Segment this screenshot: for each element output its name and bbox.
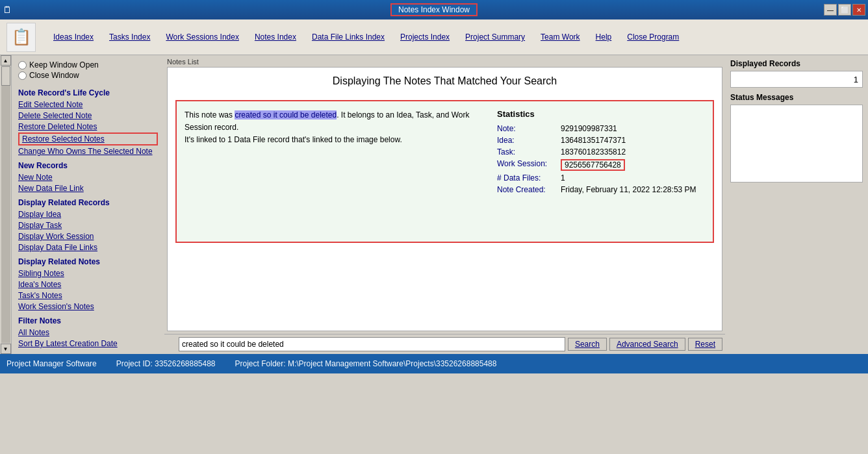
- sidebar-display-task[interactable]: Display Task: [18, 220, 158, 231]
- stat-label-idea: Idea:: [497, 136, 555, 145]
- sidebar-ideas-notes[interactable]: Idea's Notes: [18, 279, 158, 290]
- sidebar-sibling-notes[interactable]: Sibling Notes: [18, 268, 158, 279]
- section-title-display-notes: Display Related Notes: [18, 257, 158, 266]
- keep-window-open-label: Keep Window Open: [29, 60, 99, 69]
- stats-title: Statistics: [497, 109, 705, 119]
- section-title-filter-notes: Filter Notes: [18, 316, 158, 325]
- search-button[interactable]: Search: [568, 338, 607, 351]
- logo-icon: 📋: [12, 28, 31, 46]
- stat-label-note: Note:: [497, 124, 555, 133]
- scroll-up-button[interactable]: ▲: [1, 55, 11, 66]
- status-messages-box: [730, 105, 863, 183]
- sidebar-restore-selected-notes[interactable]: Restore Selected Notes: [18, 132, 158, 145]
- status-bar: Project Manager Software Project ID: 335…: [0, 354, 868, 373]
- stat-value-idea: 136481351747371: [561, 136, 626, 145]
- stat-value-note: 9291909987331: [561, 124, 617, 133]
- sidebar-all-notes[interactable]: All Notes: [18, 327, 158, 338]
- sidebar-change-who-owns-note[interactable]: Change Who Owns The Selected Note: [18, 146, 158, 157]
- sidebar-scrollbar[interactable]: ▲ ▼: [0, 55, 12, 354]
- menu-ideas-index[interactable]: Ideas Index: [45, 30, 101, 44]
- menu-help[interactable]: Help: [588, 30, 620, 44]
- title-bar-controls: — ⬜ ✕: [824, 4, 865, 16]
- stat-value-note-created: Friday, February 11, 2022 12:28:53 PM: [561, 185, 696, 194]
- advanced-search-button[interactable]: Advanced Search: [609, 338, 685, 351]
- stat-label-note-created: Note Created:: [497, 185, 555, 194]
- section-title-life-cycle: Note Record's Life Cycle: [18, 88, 158, 97]
- menu-close-program[interactable]: Close Program: [619, 30, 687, 44]
- notes-list-title: Displaying The Notes That Matched Your S…: [168, 68, 722, 95]
- menu-team-work[interactable]: Team Work: [533, 30, 587, 44]
- section-title-new-records: New Records: [18, 161, 158, 170]
- sidebar-delete-selected-note[interactable]: Delete Selected Note: [18, 110, 158, 121]
- status-app-name: Project Manager Software: [6, 359, 97, 368]
- main-area: ▲ ▼ Keep Window Open Close Window Note R…: [0, 55, 868, 354]
- sidebar-new-note[interactable]: New Note: [18, 172, 158, 183]
- stat-row-task: Task: 183760182335812: [497, 147, 705, 157]
- title-bar-title: Notes Index Window: [390, 3, 478, 16]
- status-messages-title: Status Messages: [730, 93, 863, 102]
- scroll-track: [1, 66, 10, 343]
- displayed-records-title: Displayed Records: [730, 59, 863, 68]
- stat-value-task: 183760182335812: [561, 147, 626, 157]
- app-logo: 📋: [6, 23, 36, 52]
- stat-row-work-session: Work Session: 9256567756428: [497, 159, 705, 171]
- menu-data-file-links-index[interactable]: Data File Links Index: [304, 30, 392, 44]
- status-project-id: Project ID: 33526268885488: [116, 359, 216, 368]
- stat-value-work-session: 9256567756428: [561, 159, 625, 171]
- title-bar: 🗒 Notes Index Window — ⬜ ✕: [0, 0, 868, 19]
- stat-row-note: Note: 9291909987331: [497, 124, 705, 133]
- right-panel: Displayed Records 1 Status Messages: [725, 55, 868, 354]
- note-text-before: This note was: [185, 110, 235, 120]
- note-card: This note was created so it could be del…: [175, 100, 714, 243]
- menu-project-summary[interactable]: Project Summary: [457, 30, 533, 44]
- notes-list-container: Notes List Displaying The Notes That Mat…: [164, 55, 725, 334]
- menu-work-sessions-index[interactable]: Work Sessions Index: [158, 30, 247, 44]
- stat-label-task: Task:: [497, 147, 555, 157]
- displayed-records-box: 1: [730, 71, 863, 88]
- sidebar-display-idea[interactable]: Display Idea: [18, 209, 158, 220]
- menu-projects-index[interactable]: Projects Index: [392, 30, 457, 44]
- close-window-radio[interactable]: Close Window: [18, 71, 158, 80]
- sidebar-new-data-file-link[interactable]: New Data File Link: [18, 183, 158, 194]
- sidebar: Keep Window Open Close Window Note Recor…: [12, 55, 164, 354]
- title-bar-left: 🗒: [3, 5, 12, 15]
- sidebar-display-work-session[interactable]: Display Work Session: [18, 231, 158, 242]
- section-title-display-related: Display Related Records: [18, 198, 158, 207]
- stat-label-data-files: # Data Files:: [497, 173, 555, 183]
- center-panel: Notes List Displaying The Notes That Mat…: [164, 55, 725, 354]
- menu-tasks-index[interactable]: Tasks Index: [101, 30, 158, 44]
- sidebar-restore-deleted-notes[interactable]: Restore Deleted Notes: [18, 121, 158, 132]
- displayed-records-value: 1: [854, 75, 858, 84]
- stat-row-idea: Idea: 136481351747371: [497, 136, 705, 145]
- menu-bar: 📋 Ideas Index Tasks Index Work Sessions …: [0, 19, 868, 55]
- close-window-label: Close Window: [29, 71, 79, 80]
- minimize-button[interactable]: —: [824, 4, 837, 16]
- stat-row-note-created: Note Created: Friday, February 11, 2022 …: [497, 185, 705, 194]
- sidebar-display-data-file-links[interactable]: Display Data File Links: [18, 242, 158, 253]
- window-mode-group: Keep Window Open Close Window: [18, 60, 158, 81]
- sidebar-edit-selected-note[interactable]: Edit Selected Note: [18, 99, 158, 110]
- status-project-folder: Project Folder: M:\Project Management So…: [235, 359, 497, 368]
- menu-notes-index[interactable]: Notes Index: [247, 30, 304, 44]
- note-card-right: Statistics Note: 9291909987331 Idea: 136…: [497, 109, 705, 234]
- notes-list-label: Notes List: [167, 58, 722, 66]
- notes-list-inner: Displaying The Notes That Matched Your S…: [167, 67, 722, 331]
- note-highlighted-text: created so it could be deleted: [235, 110, 337, 120]
- maximize-button[interactable]: ⬜: [838, 4, 851, 16]
- close-button[interactable]: ✕: [852, 4, 865, 16]
- sidebar-work-sessions-notes[interactable]: Work Session's Notes: [18, 301, 158, 312]
- search-input[interactable]: [179, 337, 565, 351]
- scroll-down-button[interactable]: ▼: [1, 344, 11, 354]
- sidebar-tasks-notes[interactable]: Task's Notes: [18, 290, 158, 301]
- sidebar-sort-by-latest[interactable]: Sort By Latest Creation Date: [18, 338, 158, 349]
- reset-button[interactable]: Reset: [688, 338, 722, 351]
- stat-value-data-files: 1: [561, 173, 565, 183]
- search-bar: Search Advanced Search Reset: [164, 334, 725, 354]
- note-card-left: This note was created so it could be del…: [185, 109, 497, 234]
- keep-window-open-radio[interactable]: Keep Window Open: [18, 60, 158, 69]
- stat-label-work-session: Work Session:: [497, 159, 555, 168]
- scroll-thumb[interactable]: [1, 66, 10, 86]
- app-icon: 🗒: [3, 5, 12, 15]
- stat-row-data-files: # Data Files: 1: [497, 173, 705, 183]
